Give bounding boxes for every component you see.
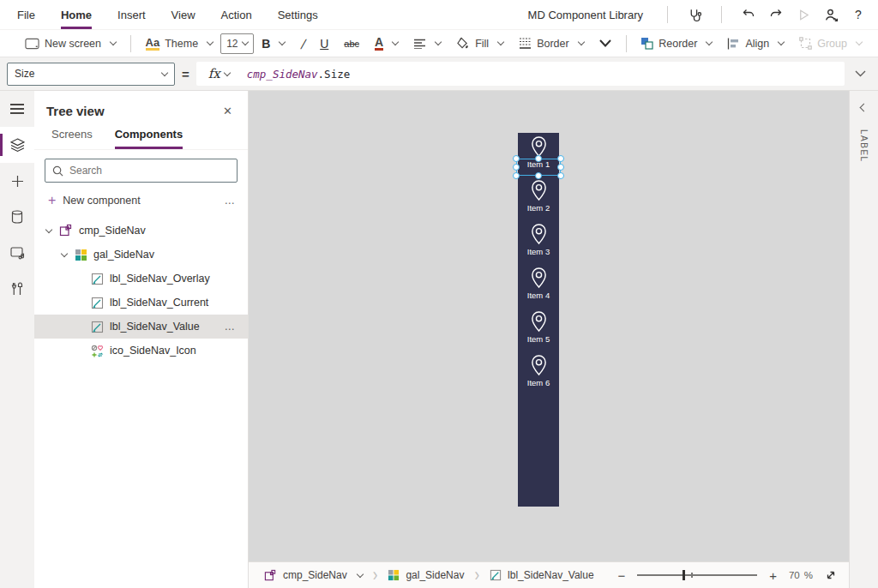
tab-components[interactable]: Components [115, 128, 183, 149]
sidenav-item-6[interactable]: Item 6 [518, 351, 559, 395]
tree-view-rail-icon[interactable] [0, 127, 34, 163]
search-box[interactable] [45, 159, 238, 183]
new-component-button[interactable]: + New component … [34, 188, 248, 213]
tree-item-lbl-sidenav-value[interactable]: lbl_SideNav_Value … [34, 315, 248, 339]
undo-icon[interactable] [741, 7, 756, 22]
new-screen-button[interactable]: New screen [17, 30, 123, 57]
more-icon[interactable]: … [225, 321, 237, 333]
chevron-down-icon [279, 39, 286, 45]
hamburger-menu-icon[interactable] [0, 91, 34, 127]
selection-outline[interactable] [516, 159, 561, 176]
data-sources-rail-icon[interactable] [0, 199, 34, 235]
resize-handle[interactable] [513, 164, 520, 171]
breadcrumb-cmp-sidenav[interactable]: cmp_SideNav [264, 569, 363, 582]
tree-view-panel: Tree view ✕ Screens Components + New com… [34, 91, 249, 588]
sidenav-item-4[interactable]: Item 4 [518, 264, 559, 308]
chevron-down-icon [497, 39, 504, 45]
redo-icon[interactable] [768, 7, 784, 22]
underline-button[interactable]: U [312, 30, 336, 57]
sidenav-item-label: Item 2 [527, 203, 550, 213]
strikethrough-button[interactable]: abc [336, 30, 367, 57]
italic-button[interactable]: / [292, 30, 312, 57]
app-checker-icon[interactable] [687, 7, 702, 22]
reorder-label: Reorder [658, 38, 697, 50]
theme-button[interactable]: Aa Theme [138, 30, 221, 57]
menu-file[interactable]: File [17, 1, 35, 29]
more-formatting-button[interactable] [592, 30, 619, 57]
chevron-down-icon [435, 39, 442, 45]
search-input[interactable] [69, 165, 230, 177]
label-icon [91, 273, 104, 285]
status-bar: cmp_SideNav › gal_SideNav › lbl_SideNav_… [249, 561, 849, 588]
reorder-icon [640, 37, 653, 50]
text-align-button[interactable] [406, 30, 448, 57]
tab-screens[interactable]: Screens [51, 128, 93, 149]
property-selector[interactable]: Size [7, 63, 175, 86]
tree-item-lbl-sidenav-overlay[interactable]: lbl_SideNav_Overlay [34, 267, 248, 291]
divider [626, 35, 627, 52]
media-rail-icon[interactable] [0, 235, 34, 271]
advanced-tools-rail-icon[interactable] [0, 271, 34, 307]
strikethrough-icon: abc [344, 39, 359, 49]
sidenav-item-label: Item 6 [527, 378, 550, 387]
zoom-slider-notch [691, 573, 693, 578]
fit-to-window-button[interactable] [825, 569, 837, 581]
menu-home[interactable]: Home [61, 1, 92, 29]
tree-item-lbl-sidenav-current[interactable]: lbl_SideNav_Current [34, 291, 248, 315]
fx-dropdown[interactable]: fx [196, 62, 238, 86]
chevron-down-icon [356, 570, 363, 577]
formula-input[interactable]: fx cmp_SideNav.Size [196, 62, 845, 86]
bold-button[interactable]: B [254, 30, 292, 57]
formula-member: .Size [318, 68, 351, 81]
resize-handle[interactable] [513, 155, 520, 162]
fill-button[interactable]: Fill [448, 30, 511, 57]
menu-settings[interactable]: Settings [278, 1, 318, 29]
tree-item-label: lbl_SideNav_Current [110, 297, 208, 309]
font-color-button[interactable]: A [367, 30, 406, 57]
menu-view[interactable]: View [171, 1, 195, 29]
menu-insert[interactable]: Insert [117, 1, 146, 29]
breadcrumb-lbl-sidenav-value[interactable]: lbl_SideNav_Value [490, 569, 594, 581]
help-icon[interactable]: ? [851, 7, 866, 22]
tree-item-cmp-sidenav[interactable]: cmp_SideNav [34, 219, 248, 243]
sidenav-item-5[interactable]: Item 5 [518, 308, 559, 351]
chevron-left-icon[interactable] [860, 104, 869, 112]
breadcrumb-separator: › [474, 564, 479, 587]
share-user-icon[interactable] [823, 7, 839, 22]
divider [130, 35, 131, 52]
zoom-in-button[interactable]: + [769, 568, 777, 583]
breadcrumb-gal-sidenav[interactable]: gal_SideNav [388, 569, 464, 581]
font-color-icon: A [375, 36, 383, 51]
chevron-down-icon [110, 39, 117, 45]
align-objects-button[interactable]: Align [719, 30, 791, 57]
reorder-button[interactable]: Reorder [633, 30, 719, 57]
chevron-down-icon [242, 39, 249, 45]
zoom-slider-thumb[interactable] [683, 570, 685, 580]
menu-action[interactable]: Action [221, 1, 252, 29]
formula-reference: cmp_SideNav [247, 68, 318, 81]
insert-rail-icon[interactable] [0, 163, 34, 199]
design-canvas[interactable]: Item 1 [249, 91, 849, 561]
sidenav-item-3[interactable]: Item 3 [518, 220, 559, 264]
chevron-down-icon [599, 39, 611, 47]
sidenav-component[interactable]: Item 1 [518, 133, 559, 507]
divider [667, 6, 668, 23]
more-icon[interactable]: … [225, 195, 237, 207]
tree-item-ico-sidenav-icon[interactable]: ico_SideNav_Icon [34, 339, 248, 363]
border-button[interactable]: Border [511, 30, 592, 57]
tree-item-gal-sidenav[interactable]: gal_SideNav [34, 243, 248, 267]
font-size-combobox[interactable]: 12 [220, 33, 254, 54]
properties-panel-collapsed[interactable]: LABEL [849, 91, 878, 588]
resize-handle[interactable] [557, 155, 564, 162]
sidenav-item-2[interactable]: Item 2 [518, 177, 559, 220]
zoom-out-button[interactable]: − [617, 568, 625, 583]
resize-handle[interactable] [535, 155, 542, 162]
close-icon[interactable]: ✕ [220, 103, 236, 119]
italic-icon: / [300, 37, 304, 51]
group-label: Group [817, 38, 847, 50]
expand-formula-bar-button[interactable] [851, 70, 869, 77]
resize-handle[interactable] [557, 164, 564, 171]
bold-icon: B [262, 37, 270, 51]
zoom-slider[interactable] [637, 574, 757, 576]
sidenav-item-1[interactable]: Item 1 [518, 133, 559, 177]
